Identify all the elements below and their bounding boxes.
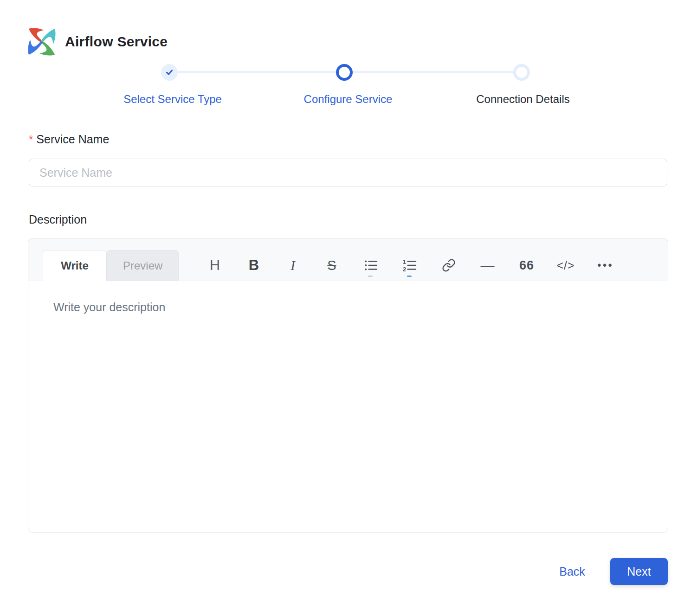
numbered-list-icon[interactable]: 1 2 (390, 251, 429, 279)
required-asterisk: * (29, 133, 33, 146)
airflow-logo-icon (27, 27, 57, 57)
code-icon[interactable]: </> (546, 251, 585, 279)
italic-icon[interactable]: I (273, 251, 312, 279)
link-icon[interactable] (429, 251, 468, 279)
back-button[interactable]: Back (538, 559, 606, 584)
numbered-list-caret (407, 276, 412, 277)
tab-preview[interactable]: Preview (107, 250, 179, 281)
service-name-label-text: Service Name (36, 133, 109, 146)
quote-icon[interactable]: 66 (507, 251, 546, 279)
description-label: Description (29, 213, 87, 226)
step-label-select-service-type: Select Service Type (123, 93, 222, 106)
horizontal-rule-icon[interactable]: — (468, 251, 507, 279)
description-textarea[interactable] (28, 282, 668, 533)
description-editor: Write Preview H B I S 1 (28, 238, 668, 533)
step-label-connection-details: Connection Details (476, 93, 569, 106)
editor-toolbar: H B I S 1 2 (195, 238, 624, 281)
more-options-icon[interactable]: ••• (585, 251, 624, 279)
svg-text:1: 1 (403, 258, 406, 265)
bulleted-list-icon[interactable] (351, 251, 390, 279)
stepper-connector-2 (344, 71, 522, 73)
page-title: Airflow Service (65, 34, 168, 50)
heading-icon[interactable]: H (195, 251, 234, 279)
service-name-input[interactable] (29, 159, 667, 186)
strikethrough-icon[interactable]: S (312, 251, 351, 279)
service-name-label: *Service Name (29, 133, 109, 146)
tab-write[interactable]: Write (43, 250, 107, 281)
editor-body (28, 282, 668, 533)
bold-icon[interactable]: B (234, 251, 273, 279)
editor-tabs: Write Preview (43, 250, 179, 281)
bulleted-list-caret (368, 276, 373, 277)
next-button[interactable]: Next (610, 558, 668, 585)
step-label-configure-service: Configure Service (304, 93, 393, 106)
svg-text:2: 2 (403, 266, 406, 272)
step-indicator-configure-service (336, 64, 353, 81)
check-icon (163, 66, 175, 78)
stepper-connector-1 (169, 71, 344, 73)
step-indicator-select-service-type (161, 64, 178, 81)
step-indicator-connection-details (513, 64, 530, 81)
editor-toolbar-bar: Write Preview H B I S 1 (28, 238, 668, 281)
